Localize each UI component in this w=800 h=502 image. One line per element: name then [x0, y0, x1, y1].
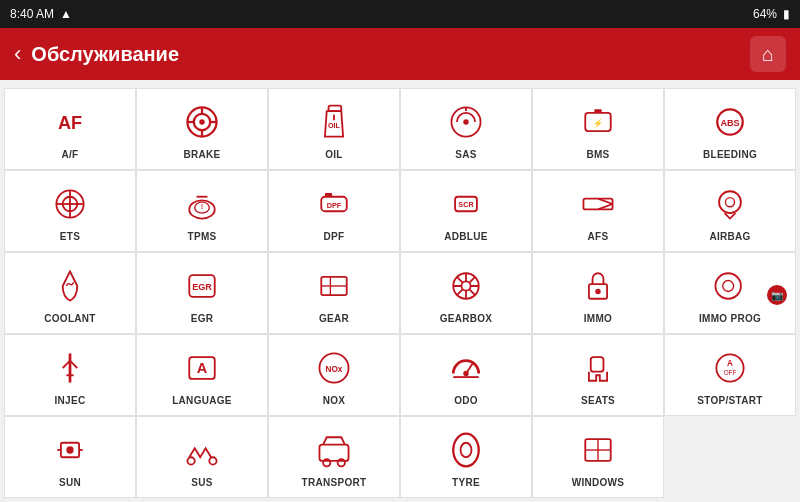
svg-point-45: [723, 281, 734, 292]
grid-item-brake[interactable]: BRAKE: [136, 88, 268, 170]
grid-item-transport[interactable]: TRANSPORT: [268, 416, 400, 498]
grid-item-seats[interactable]: SEATS: [532, 334, 664, 416]
immoprog-label: IMMO PROG: [699, 313, 761, 324]
windows-icon: [576, 428, 620, 472]
grid-item-sus[interactable]: SUS: [136, 416, 268, 498]
svg-text:NOx: NOx: [326, 365, 343, 374]
grid-item-nox[interactable]: NOxNOX: [268, 334, 400, 416]
grid-item-language[interactable]: ALANGUAGE: [136, 334, 268, 416]
grid-item-airbag[interactable]: AIRBAG: [664, 170, 796, 252]
time-display: 8:40 AM: [10, 7, 54, 21]
grid-item-af[interactable]: AFA/F: [4, 88, 136, 170]
header-left: ‹ Обслуживание: [14, 43, 179, 66]
stopstart-label: STOP/START: [697, 395, 762, 406]
svg-text:A: A: [197, 360, 208, 376]
gearbox-icon: [444, 264, 488, 308]
status-right: 64% ▮: [753, 7, 790, 21]
grid-item-immoprog[interactable]: IMMO PROG📷: [664, 252, 796, 334]
grid-item-bms[interactable]: ⚡BMS: [532, 88, 664, 170]
grid-item-sas[interactable]: SAS: [400, 88, 532, 170]
grid-item-ets[interactable]: ETS: [4, 170, 136, 252]
grid-item-sun[interactable]: SUN: [4, 416, 136, 498]
dpf-icon: DPF: [312, 182, 356, 226]
bms-icon: ⚡: [576, 100, 620, 144]
svg-text:!: !: [201, 203, 203, 210]
battery-display: 64%: [753, 7, 777, 21]
grid-item-tpms[interactable]: !TPMS: [136, 170, 268, 252]
svg-text:DPF: DPF: [327, 201, 342, 210]
airbag-label: AIRBAG: [709, 231, 750, 242]
svg-rect-65: [319, 445, 348, 461]
svg-text:A: A: [727, 359, 733, 368]
brake-label: BRAKE: [183, 149, 220, 160]
sas-label: SAS: [455, 149, 476, 160]
grid-item-gearbox[interactable]: GEARBOX: [400, 252, 532, 334]
grid-item-gear[interactable]: GEAR: [268, 252, 400, 334]
svg-text:OIL: OIL: [328, 121, 341, 130]
afs-icon: [576, 182, 620, 226]
svg-rect-26: [325, 193, 332, 197]
bleeding-label: BLEEDING: [703, 149, 757, 160]
status-bar: 8:40 AM ▲ 64% ▮: [0, 0, 800, 28]
svg-text:SCR: SCR: [458, 200, 474, 209]
adblue-icon: SCR: [444, 182, 488, 226]
grid-item-stopstart[interactable]: AOFFSTOP/START: [664, 334, 796, 416]
svg-text:EGR: EGR: [192, 282, 212, 292]
grid-item-odo[interactable]: ODO: [400, 334, 532, 416]
tyre-icon: [444, 428, 488, 472]
home-icon: ⌂: [762, 43, 774, 66]
bms-label: BMS: [586, 149, 609, 160]
page-title: Обслуживание: [31, 43, 179, 66]
grid-item-coolant[interactable]: COOLANT: [4, 252, 136, 334]
status-left: 8:40 AM ▲: [10, 7, 72, 21]
grid-item-windows[interactable]: WINDOWS: [532, 416, 664, 498]
header: ‹ Обслуживание ⌂: [0, 28, 800, 80]
gearbox-label: GEARBOX: [440, 313, 493, 324]
coolant-label: COOLANT: [44, 313, 96, 324]
sas-icon: [444, 100, 488, 144]
immoprog-icon: [708, 264, 752, 308]
ets-label: ETS: [60, 231, 80, 242]
svg-rect-14: [594, 109, 601, 113]
grid-item-injec[interactable]: INJEC: [4, 334, 136, 416]
injec-label: INJEC: [55, 395, 86, 406]
grid-item-bleeding[interactable]: ABSBLEEDING: [664, 88, 796, 170]
svg-text:ABS: ABS: [720, 118, 739, 128]
injec-icon: [48, 346, 92, 390]
battery-icon: ▮: [783, 7, 790, 21]
bleeding-icon: ABS: [708, 100, 752, 144]
service-grid: AFA/FBRAKEOILOILSAS⚡BMSABSBLEEDINGETS!TP…: [0, 80, 800, 502]
sus-icon: [180, 428, 224, 472]
transport-label: TRANSPORT: [302, 477, 367, 488]
svg-point-34: [725, 198, 734, 207]
svg-point-60: [66, 446, 73, 453]
back-button[interactable]: ‹: [14, 43, 21, 65]
grid-item-immo[interactable]: IMMO: [532, 252, 664, 334]
grid-item-oil[interactable]: OILOIL: [268, 88, 400, 170]
transport-icon: [312, 428, 356, 472]
language-label: LANGUAGE: [172, 395, 232, 406]
svg-point-53: [463, 371, 468, 376]
coolant-icon: [48, 264, 92, 308]
airbag-icon: [708, 182, 752, 226]
camera-badge-icon: 📷: [767, 285, 787, 305]
home-button[interactable]: ⌂: [750, 36, 786, 72]
grid-item-tyre[interactable]: TYRE: [400, 416, 532, 498]
af-label: A/F: [61, 149, 78, 160]
grid-item-egr[interactable]: EGREGR: [136, 252, 268, 334]
oil-label: OIL: [325, 149, 343, 160]
svg-point-3: [199, 119, 204, 124]
tyre-label: TYRE: [452, 477, 480, 488]
language-icon: A: [180, 346, 224, 390]
stopstart-icon: AOFF: [708, 346, 752, 390]
grid-item-dpf[interactable]: DPFDPF: [268, 170, 400, 252]
seats-icon: [576, 346, 620, 390]
immo-icon: [576, 264, 620, 308]
svg-rect-30: [583, 199, 612, 210]
afs-label: AFS: [588, 231, 609, 242]
grid-item-afs[interactable]: AFS: [532, 170, 664, 252]
grid-item-adblue[interactable]: SCRADBLUE: [400, 170, 532, 252]
nox-label: NOX: [323, 395, 346, 406]
oil-icon: OIL: [312, 100, 356, 144]
immo-label: IMMO: [584, 313, 612, 324]
